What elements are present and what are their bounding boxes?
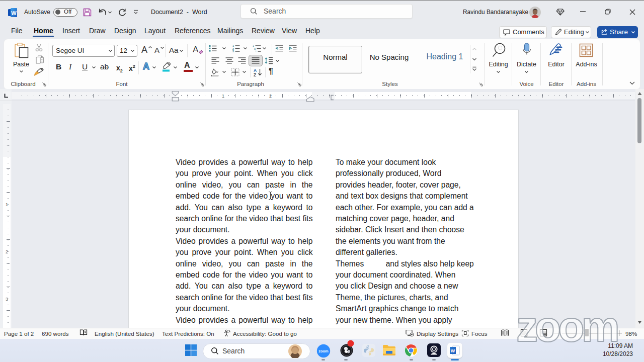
svg-text:3: 3 — [232, 50, 234, 52]
svg-text:W: W — [11, 10, 17, 16]
svg-text:i: i — [256, 50, 256, 52]
svg-text:Z: Z — [254, 72, 256, 76]
svg-text:W: W — [451, 348, 455, 353]
svg-text:zoom: zoom — [516, 309, 620, 345]
svg-text:zoom: zoom — [318, 349, 329, 353]
